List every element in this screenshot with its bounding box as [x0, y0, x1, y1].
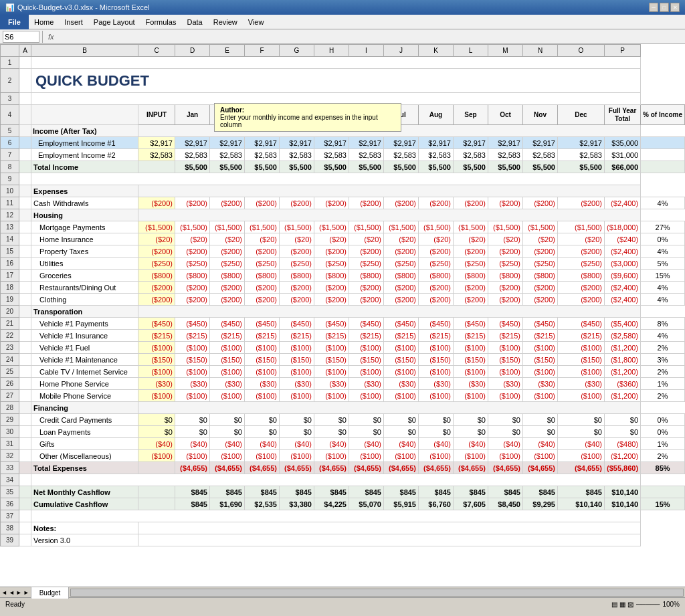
r24-dec[interactable]: ($150): [558, 354, 605, 366]
r22-aug[interactable]: ($215): [419, 330, 454, 342]
r15-input[interactable]: ($200): [138, 245, 175, 258]
r25-oct[interactable]: ($100): [488, 366, 523, 378]
r31-label[interactable]: Gifts: [31, 438, 138, 450]
r32-label[interactable]: Other (Miscellaneous): [31, 450, 138, 462]
r13-jun[interactable]: ($1,500): [349, 221, 384, 233]
row-14[interactable]: 14 Home Insurance ($20) ($20) ($20) ($20…: [1, 233, 685, 245]
r15-sep[interactable]: ($200): [454, 245, 488, 258]
r26-label[interactable]: Home Phone Service: [31, 378, 138, 390]
r14-jul[interactable]: ($20): [384, 233, 419, 245]
row-11[interactable]: 11 Cash Withdrawls ($200) ($200) ($200) …: [1, 197, 685, 209]
r6-feb[interactable]: $2,917: [210, 137, 245, 149]
r18-aug[interactable]: ($200): [419, 282, 454, 294]
r13-feb[interactable]: ($1,500): [210, 221, 245, 233]
row-19[interactable]: 19 Clothing ($200) ($200) ($200) ($200) …: [1, 294, 685, 306]
r31-may[interactable]: ($40): [314, 438, 349, 450]
r29-jun[interactable]: $0: [349, 414, 384, 426]
pagelayout-menu[interactable]: Page Layout: [88, 15, 140, 29]
r24-label[interactable]: Vehicle #1 Maintenance: [31, 354, 138, 366]
r6-sep[interactable]: $2,917: [454, 137, 488, 149]
r15-mar[interactable]: ($200): [245, 245, 280, 258]
r21-input[interactable]: ($450): [138, 318, 175, 330]
r24-aug[interactable]: ($150): [419, 354, 454, 366]
r17-label[interactable]: Groceries: [31, 270, 138, 282]
r31-jul[interactable]: ($40): [384, 438, 419, 450]
r32-jul[interactable]: ($100): [384, 450, 419, 462]
r21-sep[interactable]: ($450): [454, 318, 488, 330]
r27-jul[interactable]: ($100): [384, 390, 419, 402]
r30-jul[interactable]: $0: [384, 426, 419, 438]
r19-sep[interactable]: ($200): [454, 294, 488, 306]
budget-sheet-tab[interactable]: Budget: [31, 587, 70, 599]
r25-sep[interactable]: ($100): [454, 366, 488, 378]
r29-dec[interactable]: $0: [558, 414, 605, 426]
r24-mar[interactable]: ($150): [245, 354, 280, 366]
r7-jan[interactable]: $2,583: [175, 149, 210, 161]
r11-apr[interactable]: ($200): [280, 197, 314, 209]
row-7[interactable]: 7 Employment Income #2 $2,583 $2,583 $2,…: [1, 149, 685, 161]
r17-oct[interactable]: ($800): [488, 270, 523, 282]
horizontal-scrollbar[interactable]: [70, 589, 684, 597]
row-31[interactable]: 31 Gifts ($40) ($40) ($40) ($40) ($40) (…: [1, 438, 685, 450]
r24-jan[interactable]: ($150): [175, 354, 210, 366]
r11-oct[interactable]: ($200): [488, 197, 523, 209]
r30-mar[interactable]: $0: [245, 426, 280, 438]
r29-jul[interactable]: $0: [384, 414, 419, 426]
formulas-menu[interactable]: Formulas: [140, 15, 182, 29]
r23-feb[interactable]: ($100): [210, 342, 245, 354]
r19-input[interactable]: ($200): [138, 294, 175, 306]
r21-mar[interactable]: ($450): [245, 318, 280, 330]
r30-aug[interactable]: $0: [419, 426, 454, 438]
r19-jul[interactable]: ($200): [384, 294, 419, 306]
r29-apr[interactable]: $0: [280, 414, 314, 426]
r27-jun[interactable]: ($100): [349, 390, 384, 402]
insert-menu[interactable]: Insert: [59, 15, 88, 29]
r16-jun[interactable]: ($250): [349, 258, 384, 270]
r27-apr[interactable]: ($100): [280, 390, 314, 402]
r17-may[interactable]: ($800): [314, 270, 349, 282]
r11-feb[interactable]: ($200): [210, 197, 245, 209]
r31-jan[interactable]: ($40): [175, 438, 210, 450]
r24-jul[interactable]: ($150): [384, 354, 419, 366]
r15-nov[interactable]: ($200): [523, 245, 558, 258]
data-menu[interactable]: Data: [181, 15, 207, 29]
r7-apr[interactable]: $2,583: [280, 149, 314, 161]
r30-label[interactable]: Loan Payments: [31, 426, 138, 438]
r17-feb[interactable]: ($800): [210, 270, 245, 282]
r30-dec[interactable]: $0: [558, 426, 605, 438]
r15-oct[interactable]: ($200): [488, 245, 523, 258]
r13-nov[interactable]: ($1,500): [523, 221, 558, 233]
r14-sep[interactable]: ($20): [454, 233, 488, 245]
r22-feb[interactable]: ($215): [210, 330, 245, 342]
r31-dec[interactable]: ($40): [558, 438, 605, 450]
r11-jul[interactable]: ($200): [384, 197, 419, 209]
r14-nov[interactable]: ($20): [523, 233, 558, 245]
r26-nov[interactable]: ($30): [523, 378, 558, 390]
r22-input[interactable]: ($215): [138, 330, 175, 342]
r14-input[interactable]: ($20): [138, 233, 175, 245]
r32-input[interactable]: ($100): [138, 450, 175, 462]
r23-dec[interactable]: ($100): [558, 342, 605, 354]
r14-oct[interactable]: ($20): [488, 233, 523, 245]
r7-oct[interactable]: $2,583: [488, 149, 523, 161]
r29-sep[interactable]: $0: [454, 414, 488, 426]
row-30[interactable]: 30 Loan Payments $0 $0 $0 $0 $0 $0 $0 $0…: [1, 426, 685, 438]
name-box[interactable]: S6: [3, 31, 39, 43]
r25-aug[interactable]: ($100): [419, 366, 454, 378]
r7-label[interactable]: Employment Income #2: [31, 149, 138, 161]
r17-dec[interactable]: ($800): [558, 270, 605, 282]
r19-label[interactable]: Clothing: [31, 294, 138, 306]
r23-jun[interactable]: ($100): [349, 342, 384, 354]
r19-oct[interactable]: ($200): [488, 294, 523, 306]
r14-label[interactable]: Home Insurance: [31, 233, 138, 245]
r18-apr[interactable]: ($200): [280, 282, 314, 294]
r15-apr[interactable]: ($200): [280, 245, 314, 258]
r29-jan[interactable]: $0: [175, 414, 210, 426]
r14-may[interactable]: ($20): [314, 233, 349, 245]
row-32[interactable]: 32 Other (Miscellaneous) ($100) ($100) (…: [1, 450, 685, 462]
row-15[interactable]: 15 Property Taxes ($200) ($200) ($200) (…: [1, 245, 685, 258]
r21-label[interactable]: Vehicle #1 Payments: [31, 318, 138, 330]
r17-sep[interactable]: ($800): [454, 270, 488, 282]
r15-jan[interactable]: ($200): [175, 245, 210, 258]
r23-oct[interactable]: ($100): [488, 342, 523, 354]
